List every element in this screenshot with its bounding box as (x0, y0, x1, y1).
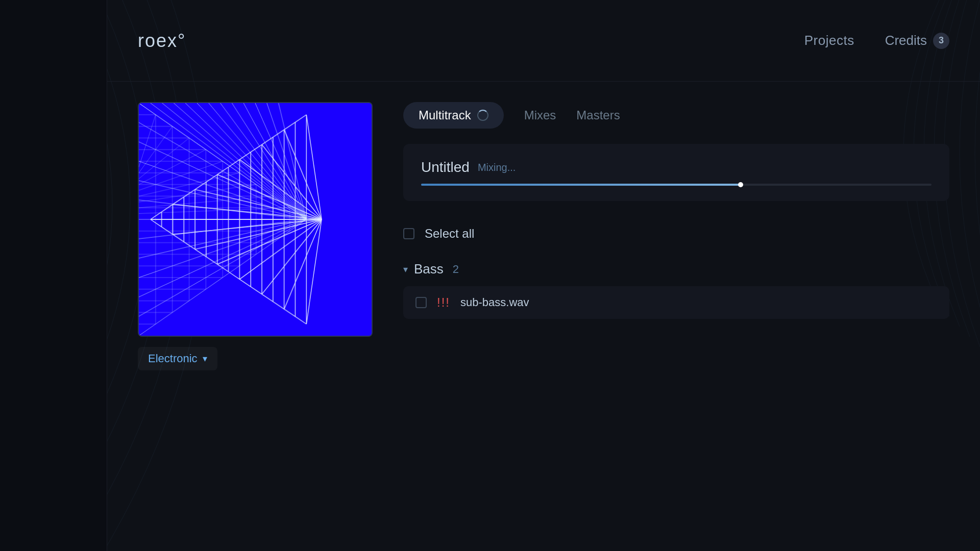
tab-multitrack-label: Multitrack (419, 108, 471, 122)
progress-bar-container (421, 184, 932, 186)
project-status: Mixing... (478, 162, 516, 173)
tab-multitrack[interactable]: Multitrack (403, 102, 504, 129)
album-art (138, 102, 373, 337)
loading-spinner-icon (477, 110, 488, 121)
track-checkbox-sub-bass[interactable] (415, 297, 427, 308)
right-panel: Multitrack Mixes Masters Untitled Mixing… (403, 102, 949, 370)
album-section: Electronic ▾ (138, 102, 373, 370)
select-all-checkbox[interactable] (403, 228, 414, 239)
select-all-label: Select all (425, 227, 474, 241)
track-name-sub-bass: sub-bass.wav (460, 296, 529, 309)
group-chevron-icon: ▾ (403, 264, 408, 275)
header: roex° Projects Credits 3 (107, 0, 980, 82)
project-title: Untitled (421, 159, 470, 176)
progress-bar-fill (421, 184, 743, 186)
genre-chevron-icon: ▾ (203, 353, 207, 364)
track-alert-icon: !!! (437, 295, 450, 310)
tab-mixes[interactable]: Mixes (524, 102, 556, 129)
credits-nav-item[interactable]: Credits 3 (885, 33, 949, 49)
genre-selector[interactable]: Electronic ▾ (138, 347, 217, 370)
group-count-bass: 2 (453, 263, 459, 276)
tab-masters[interactable]: Masters (576, 102, 620, 129)
project-header: Untitled Mixing... (421, 159, 932, 176)
track-group-bass: ▾ Bass 2 !!! sub-bass.wav (403, 256, 949, 319)
project-card: Untitled Mixing... (403, 144, 949, 201)
logo: roex° (138, 30, 186, 52)
select-all-row: Select all (403, 216, 949, 251)
credits-label: Credits (885, 33, 927, 48)
main-content: roex° Projects Credits 3 Electronic ▾ (107, 0, 980, 551)
group-name-bass: Bass (414, 261, 444, 277)
credits-count-badge: 3 (933, 33, 949, 49)
genre-label: Electronic (148, 352, 198, 365)
track-group-header-bass[interactable]: ▾ Bass 2 (403, 256, 949, 282)
tab-bar: Multitrack Mixes Masters (403, 102, 949, 129)
projects-nav-item[interactable]: Projects (804, 33, 854, 48)
track-item-sub-bass: !!! sub-bass.wav (403, 286, 949, 319)
header-nav: Projects Credits 3 (804, 33, 949, 49)
content-area: Electronic ▾ Multitrack Mixes Masters Un… (107, 82, 980, 391)
sidebar (0, 0, 107, 551)
